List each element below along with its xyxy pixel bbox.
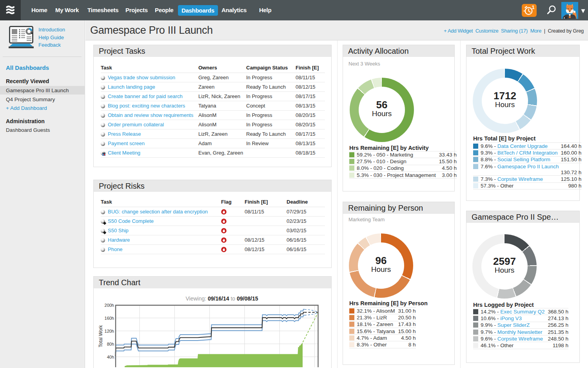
svg-text:160h: 160h	[105, 316, 114, 321]
svg-text:200h: 200h	[105, 303, 114, 308]
svg-text:80h: 80h	[107, 342, 114, 346]
svg-text:Total Work: Total Work	[98, 325, 103, 347]
svg-text:1: 1	[532, 4, 535, 10]
svg-text:40h: 40h	[107, 355, 114, 359]
svg-text:120h: 120h	[105, 329, 114, 333]
